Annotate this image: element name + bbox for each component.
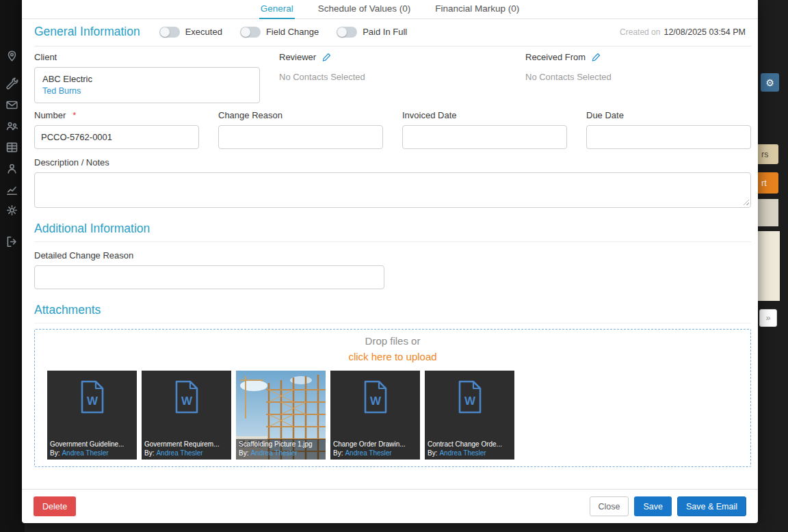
- general-information-header: General Information Executed Field Chang…: [34, 19, 751, 46]
- word-doc-icon: W: [172, 380, 201, 414]
- toggle-executed-switch[interactable]: [159, 27, 180, 38]
- toggle-field-change-switch[interactable]: [240, 27, 261, 38]
- attachment-tile[interactable]: W Change Order Drawin... By:Andrea Thesl…: [330, 371, 420, 460]
- created-on: Created on12/08/2025 03:54 PM: [620, 27, 751, 37]
- sidebar-item-reports[interactable]: [5, 183, 19, 197]
- save-button[interactable]: Save: [634, 496, 672, 516]
- toggle-field-change-label: Field Change: [266, 27, 319, 37]
- background-button-partial-1[interactable]: rs: [758, 144, 778, 164]
- delete-button[interactable]: Delete: [34, 496, 76, 516]
- created-on-value: 12/08/2025 03:54 PM: [664, 27, 746, 37]
- gear-icon: ⚙: [765, 77, 774, 88]
- due-date-input[interactable]: [586, 125, 751, 149]
- change-reason-label: Change Reason: [218, 110, 383, 120]
- invoiced-date-input[interactable]: [402, 125, 567, 149]
- word-doc-icon: W: [456, 380, 484, 414]
- detailed-change-reason-input[interactable]: [34, 265, 384, 289]
- attachment-by-label: By:: [50, 449, 60, 457]
- attachment-tile[interactable]: W Government Guideline... By:Andrea Thes…: [47, 371, 137, 460]
- modal-tabs: General Schedule of Values (0) Financial…: [22, 0, 758, 19]
- attachment-tile[interactable]: W Contract Change Orde... By:Andrea Thes…: [425, 371, 514, 460]
- attachment-filename: Scaffolding Picture 1.jpg: [239, 440, 323, 448]
- detailed-change-reason-label: Detailed Change Reason: [34, 250, 751, 261]
- logout-icon: [5, 235, 18, 248]
- general-information-title: General Information: [34, 25, 140, 39]
- sidebar-item-settings[interactable]: [5, 204, 19, 217]
- reviewer-label: Reviewer: [279, 52, 316, 62]
- client-card[interactable]: ABC Electric Ted Burns: [34, 67, 260, 103]
- drop-files-text: Drop files or: [43, 335, 742, 347]
- attachment-author-link[interactable]: Andrea Thesler: [439, 449, 486, 457]
- reviewer-column: Reviewer No Contacts Selected: [279, 52, 525, 103]
- toggle-field-change[interactable]: Field Change: [240, 27, 319, 38]
- svg-text:W: W: [86, 395, 98, 408]
- save-and-email-button[interactable]: Save & Email: [677, 496, 746, 516]
- click-to-upload-link[interactable]: click here to upload: [348, 351, 436, 362]
- description-notes-textarea[interactable]: [34, 172, 751, 208]
- close-button[interactable]: Close: [590, 496, 629, 516]
- attachment-filename: Government Requirem...: [144, 440, 228, 448]
- sidebar-item-location[interactable]: [5, 49, 19, 63]
- client-name: ABC Electric: [42, 74, 252, 84]
- attachment-author-link[interactable]: Andrea Thesler: [345, 449, 391, 457]
- attachment-tile[interactable]: Scaffolding Picture 1.jpg By:Andrea Thes…: [236, 371, 326, 460]
- tab-schedule-of-values[interactable]: Schedule of Values (0): [317, 0, 412, 18]
- word-doc-icon: W: [361, 380, 390, 414]
- sidebar-item-team[interactable]: [5, 120, 19, 133]
- chart-icon: [5, 183, 18, 196]
- tab-general[interactable]: General: [259, 0, 295, 18]
- gear-icon: [5, 204, 18, 217]
- number-input[interactable]: [34, 125, 199, 149]
- sidebar-item-contacts[interactable]: [5, 162, 19, 176]
- toggle-paid-in-full-label: Paid In Full: [363, 27, 407, 37]
- attachment-author-link[interactable]: Andrea Thesler: [62, 449, 108, 457]
- change-reason-input[interactable]: [218, 125, 383, 149]
- svg-text:W: W: [369, 395, 381, 408]
- word-doc-icon: W: [78, 380, 107, 414]
- attachment-filename: Contract Change Orde...: [428, 440, 512, 448]
- wrench-icon: [5, 77, 18, 90]
- client-column: Client ABC Electric Ted Burns: [34, 52, 279, 103]
- toggle-executed-label: Executed: [185, 27, 222, 37]
- toggle-knob: [337, 27, 347, 37]
- background-gear-button[interactable]: ⚙: [761, 73, 779, 92]
- sidebar-item-tools[interactable]: [5, 77, 19, 90]
- toggle-paid-in-full[interactable]: Paid In Full: [337, 27, 407, 38]
- table-icon: [5, 141, 18, 154]
- map-pin-icon: [5, 49, 18, 62]
- received-from-column: Received From No Contacts Selected: [525, 52, 751, 103]
- background-more-button-partial[interactable]: »: [759, 309, 777, 327]
- additional-information-section: Additional Information: [34, 222, 751, 242]
- client-contact-link[interactable]: Ted Burns: [42, 86, 252, 96]
- attachment-filename: Change Order Drawin...: [333, 440, 417, 448]
- sidebar-item-messages[interactable]: [5, 98, 19, 112]
- toggle-knob: [160, 27, 170, 37]
- attachment-author-link[interactable]: Andrea Thesler: [156, 449, 202, 457]
- toggle-knob: [241, 27, 250, 37]
- attachment-by-label: By:: [333, 449, 343, 457]
- toggle-executed[interactable]: Executed: [159, 27, 222, 38]
- app-sidebar: [0, 0, 25, 532]
- attachment-tile[interactable]: W Government Requirem... By:Andrea Thesl…: [142, 371, 231, 460]
- pencil-icon: [322, 53, 331, 62]
- background-button-partial-2[interactable]: rt: [758, 172, 778, 194]
- file-dropzone[interactable]: Drop files or click here to upload W Gov…: [34, 329, 751, 467]
- tab-financial-markup[interactable]: Financial Markup (0): [434, 0, 521, 18]
- modal-footer: Delete Close Save Save & Email: [22, 489, 758, 523]
- sidebar-item-tables[interactable]: [5, 141, 19, 155]
- additional-information-title: Additional Information: [34, 222, 751, 236]
- pencil-icon: [592, 53, 601, 62]
- attachment-by-label: By:: [428, 449, 437, 457]
- invoiced-date-field: Invoiced Date: [402, 110, 567, 149]
- change-reason-field: Change Reason: [218, 110, 383, 149]
- toggle-paid-in-full-switch[interactable]: [337, 27, 357, 38]
- due-date-label: Due Date: [586, 110, 751, 120]
- sidebar-item-logout[interactable]: [5, 235, 19, 249]
- reviewer-edit-button[interactable]: [322, 53, 331, 62]
- attachment-author-link[interactable]: Andrea Thesler: [250, 449, 297, 457]
- client-label: Client: [34, 52, 279, 62]
- description-notes-label: Description / Notes: [34, 157, 751, 168]
- attachments-section: Attachments: [34, 303, 751, 323]
- attachment-filename: Government Guideline...: [50, 440, 134, 448]
- received-from-edit-button[interactable]: [592, 53, 601, 62]
